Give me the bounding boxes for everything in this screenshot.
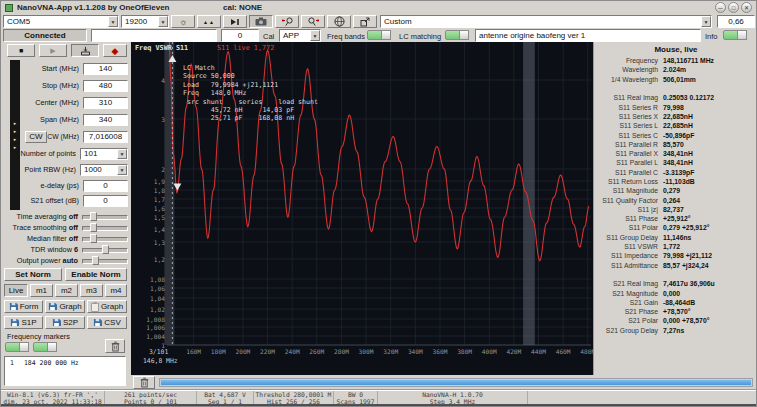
save-s1p-label: S1P <box>21 318 36 327</box>
save-s1p-button[interactable]: S1P <box>4 316 43 329</box>
mouse-row: S11 Parallel X348,41nH <box>594 149 757 158</box>
bands-button[interactable] <box>327 15 351 28</box>
clear-chart-button[interactable] <box>133 376 155 389</box>
svg-text:Load 79,9984 +j21,1121: Load 79,9984 +j21,1121 <box>183 81 278 89</box>
mem-m3-button[interactable]: m3 <box>80 284 103 297</box>
save-csv-label: CSV <box>104 318 120 327</box>
output-power-slider[interactable] <box>82 256 128 265</box>
mouse-live-panel: Mouse, live Frequency148,116711 MHzWavel… <box>593 42 757 375</box>
baud-select[interactable]: 19200 ▼ <box>121 15 169 28</box>
minimize-button[interactable]: ─ <box>715 2 726 13</box>
points-value: 101 <box>84 149 97 158</box>
center-input[interactable]: 310 <box>83 97 128 109</box>
svg-text:1,008: 1,008 <box>146 316 165 323</box>
info-toggle[interactable] <box>723 30 747 40</box>
save-graph-button[interactable]: Graph <box>45 300 85 313</box>
screenshot-button[interactable] <box>249 15 273 28</box>
svg-text:25,71 pF 168,08 nH: 25,71 pF 168,08 nH <box>183 114 294 122</box>
vswr-chart-canvas[interactable]: 160M180M200M220M240M260M280M300M320M340M… <box>131 42 593 375</box>
span-input[interactable]: 340 <box>83 114 128 126</box>
slider-thumb[interactable] <box>90 223 97 232</box>
median-filter-label: Median filter <box>27 234 67 243</box>
median-filter-slider[interactable] <box>82 234 128 243</box>
svg-text:1,7: 1,7 <box>154 196 165 203</box>
chevron-down-icon[interactable]: ▼ <box>158 16 168 27</box>
cal-mode-select[interactable]: APP ▼ <box>279 29 321 42</box>
save-csv-button[interactable]: CSV <box>87 316 127 329</box>
zoom-out-button[interactable] <box>275 15 299 28</box>
svg-text:380M: 380M <box>457 348 472 355</box>
cw-input[interactable]: 7,016008 <box>83 131 128 143</box>
scale-input[interactable]: 0,66 <box>717 15 755 28</box>
description-input[interactable]: antenne origine baofeng ver 1 <box>475 29 701 42</box>
chart-scrollbar-thumb[interactable] <box>161 380 751 385</box>
sidebar: ■ ▶ ◆ ▸ ▸ ▸ ▸ Start (MHz)140 Stop (MHz)4… <box>1 42 131 390</box>
mouse-row: S11 Series L22,685nH <box>594 121 757 130</box>
magnifier-left-arrow-icon <box>281 17 294 27</box>
mem-m2-button[interactable]: m2 <box>55 284 78 297</box>
chevron-down-icon[interactable]: ▼ <box>117 149 127 159</box>
start-label: Start (MHz) <box>3 64 83 73</box>
popout-button[interactable] <box>353 15 377 28</box>
chart-scrollbar[interactable] <box>159 378 753 387</box>
svg-text:146,8 MHz: 146,8 MHz <box>143 357 178 365</box>
copy-graph-button[interactable]: Graph <box>87 300 127 313</box>
chevron-down-icon[interactable]: ▼ <box>117 165 127 175</box>
svg-text:300M: 300M <box>359 348 374 355</box>
scroll-up-button[interactable]: ▲▲ <box>197 15 221 28</box>
markers-list[interactable]: 1184 200 000 Hz <box>4 356 126 386</box>
zoom-in-button[interactable] <box>301 15 325 28</box>
mouse-row: 1/4 Wavelength506,01mm <box>594 75 757 84</box>
markers-toggle-2[interactable] <box>33 342 57 352</box>
sweep-stop-button[interactable]: ■ <box>7 44 35 57</box>
slider-track <box>82 259 128 264</box>
stop-input[interactable]: 480 <box>83 80 128 92</box>
close-button[interactable]: ✕ <box>741 2 752 13</box>
time-averaging-slider[interactable] <box>82 212 128 221</box>
freq-bands-toggle[interactable] <box>367 30 391 40</box>
mem-live-button[interactable]: Live <box>4 284 28 297</box>
preset-select[interactable]: Custom ▼ <box>380 15 712 28</box>
tdr-window-slider[interactable] <box>82 245 128 254</box>
delete-markers-button[interactable] <box>105 339 125 353</box>
chevron-down-icon[interactable]: ▼ <box>108 16 118 27</box>
markers-toggle-1[interactable] <box>5 342 29 352</box>
lc-matching-toggle[interactable] <box>445 30 469 40</box>
record-button[interactable]: ◆ <box>103 44 127 57</box>
slider-thumb[interactable] <box>90 234 97 243</box>
slider-thumb[interactable] <box>92 256 99 265</box>
slider-thumb[interactable] <box>90 212 97 221</box>
sweep-run-button[interactable]: ▶ <box>39 44 67 57</box>
save-s2p-button[interactable]: S2P <box>45 316 85 329</box>
frequency-entry-input[interactable] <box>91 29 217 42</box>
vswr-chart[interactable]: 160M180M200M220M240M260M280M300M320M340M… <box>131 42 593 375</box>
points-select[interactable]: 101▼ <box>80 148 128 160</box>
settings-button[interactable]: ☼ <box>171 15 195 28</box>
s21-offset-label: S21 offset (dB) <box>3 196 83 205</box>
rbw-select[interactable]: 1000▼ <box>80 164 128 176</box>
marker-row[interactable]: 1184 200 000 Hz <box>5 357 125 367</box>
cal-offset-input[interactable]: 0 <box>221 29 259 42</box>
connected-button[interactable]: Connected <box>3 29 87 42</box>
toggle-knob <box>381 30 391 40</box>
chevron-down-icon[interactable]: ▼ <box>701 16 711 27</box>
chevron-down-icon[interactable]: ▼ <box>310 30 320 41</box>
mem-m4-button[interactable]: m4 <box>105 284 127 297</box>
lc-matching-label: LC matching <box>399 32 441 41</box>
com-port-select[interactable]: COM5 ▼ <box>3 15 119 28</box>
mem-m1-button[interactable]: m1 <box>30 284 53 297</box>
start-input[interactable]: 140 <box>83 63 128 75</box>
save-form-button[interactable]: Form <box>4 300 43 313</box>
trace-smoothing-slider[interactable] <box>82 223 128 232</box>
camera-icon <box>255 17 267 26</box>
restore-button[interactable]: □ <box>728 2 739 13</box>
set-norm-button[interactable]: Set Norm <box>4 268 62 281</box>
cw-button[interactable]: CW <box>25 131 47 143</box>
sweep-once-button[interactable] <box>71 44 99 57</box>
edelay-input[interactable]: 0 <box>83 180 128 192</box>
enable-norm-button[interactable]: Enable Norm <box>65 268 127 281</box>
svg-text:3: 3 <box>161 116 165 123</box>
s21-offset-input[interactable]: 0 <box>83 195 128 207</box>
slider-thumb[interactable] <box>102 245 109 254</box>
marker-play-button[interactable] <box>223 15 247 28</box>
